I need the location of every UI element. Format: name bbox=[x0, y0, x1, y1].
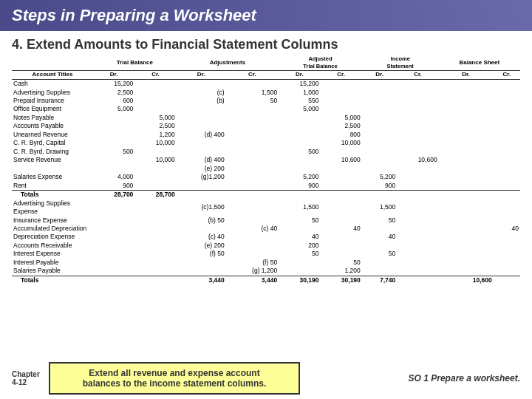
table-row: Notes Payable5,0005,000 bbox=[12, 114, 520, 122]
cell-value bbox=[362, 165, 397, 173]
cell-value: 15,200 bbox=[279, 80, 320, 89]
cell-value: 28,700 bbox=[93, 191, 134, 200]
cell-value bbox=[494, 216, 520, 225]
cell-value bbox=[320, 250, 361, 258]
worksheet-table: Trial Balance Adjustments AdjustedTrial … bbox=[12, 55, 520, 284]
cell-value bbox=[397, 242, 438, 250]
account-name: Prepaid Insurance bbox=[12, 97, 93, 105]
cell-value bbox=[93, 131, 134, 139]
cell-value bbox=[362, 89, 397, 97]
cell-value: 1,200 bbox=[320, 267, 361, 276]
cell-value bbox=[494, 182, 520, 191]
account-name: Unearned Revenue bbox=[12, 131, 93, 139]
cell-value bbox=[279, 191, 320, 200]
table-row: (e) 200 bbox=[12, 165, 520, 173]
cell-value: 30,190 bbox=[279, 276, 320, 284]
col-income: IncomeStatement bbox=[362, 55, 439, 71]
cell-value: 50 bbox=[279, 250, 320, 258]
worksheet-content: Trial Balance Adjustments AdjustedTrial … bbox=[0, 55, 532, 284]
cell-value bbox=[93, 259, 134, 267]
cell-value bbox=[320, 233, 361, 241]
cell-value bbox=[320, 148, 361, 156]
cell-value: 600 bbox=[93, 97, 134, 105]
tb-cr: Cr. bbox=[134, 71, 176, 80]
cell-value: (f) 50 bbox=[226, 259, 279, 267]
cell-value: 50 bbox=[279, 216, 320, 225]
cell-value bbox=[134, 225, 176, 233]
cell-value bbox=[134, 89, 176, 97]
cell-value: 15,200 bbox=[93, 80, 134, 89]
cell-value bbox=[494, 200, 520, 216]
cell-value bbox=[93, 267, 134, 276]
slide: Steps in Preparing a Worksheet 4. Extend… bbox=[0, 0, 532, 399]
cell-value: (g) 1,200 bbox=[226, 267, 279, 276]
tb-dr: Dr. bbox=[93, 71, 134, 80]
bs-cr: Cr. bbox=[494, 71, 520, 80]
cell-value bbox=[494, 131, 520, 139]
is-dr: Dr. bbox=[362, 71, 397, 80]
cell-value bbox=[439, 89, 494, 97]
cell-value: 1,500 bbox=[226, 89, 279, 97]
cell-value bbox=[362, 80, 397, 89]
cell-value bbox=[134, 182, 176, 191]
cell-value bbox=[362, 131, 397, 139]
cell-value: (c)1,500 bbox=[177, 200, 226, 216]
cell-value bbox=[226, 139, 279, 147]
account-name: Service Revenue bbox=[12, 156, 93, 164]
table-row: Totals28,70028,700 bbox=[12, 191, 520, 200]
cell-value bbox=[397, 259, 438, 267]
cell-value: (c) 40 bbox=[177, 233, 226, 241]
info-line2: balances to the income statement columns… bbox=[59, 378, 290, 389]
cell-value bbox=[226, 156, 279, 164]
cell-value bbox=[134, 250, 176, 258]
cell-value: 10,600 bbox=[397, 156, 438, 164]
cell-value bbox=[93, 250, 134, 258]
cell-value: 500 bbox=[93, 148, 134, 156]
cell-value bbox=[439, 165, 494, 173]
table-row: Accounts Payable2,5002,500 bbox=[12, 122, 520, 130]
cell-value bbox=[177, 114, 226, 122]
cell-value bbox=[397, 233, 438, 241]
account-name: Advertising Supplies Expense bbox=[12, 200, 93, 216]
cell-value bbox=[226, 182, 279, 191]
cell-value bbox=[279, 122, 320, 130]
cell-value: 5,200 bbox=[362, 173, 397, 181]
cell-value bbox=[439, 122, 494, 130]
cell-value bbox=[279, 131, 320, 139]
table-row: Insurance Expense(b) 505050 bbox=[12, 216, 520, 225]
cell-value bbox=[93, 139, 134, 147]
cell-value bbox=[397, 139, 438, 147]
cell-value bbox=[279, 225, 320, 233]
cell-value bbox=[397, 182, 438, 191]
cell-value bbox=[93, 276, 134, 284]
cell-value bbox=[397, 89, 438, 97]
cell-value: 10,000 bbox=[134, 139, 176, 147]
cell-value bbox=[494, 267, 520, 276]
cell-value bbox=[134, 148, 176, 156]
chapter-label: Chapter 4-12 bbox=[12, 370, 49, 386]
account-name: Notes Payable bbox=[12, 114, 93, 122]
cell-value bbox=[279, 114, 320, 122]
cell-value bbox=[362, 242, 397, 250]
cell-value bbox=[397, 165, 438, 173]
account-name: Totals bbox=[12, 191, 93, 200]
cell-value bbox=[362, 97, 397, 105]
bottom-section: Chapter 4-12 Extend all revenue and expe… bbox=[0, 358, 532, 399]
cell-value: 2,500 bbox=[134, 122, 176, 130]
info-line1: Extend all revenue and expense account bbox=[59, 368, 290, 378]
cell-value bbox=[494, 148, 520, 156]
cell-value bbox=[439, 216, 494, 225]
cell-value bbox=[439, 97, 494, 105]
account-name: Insurance Expense bbox=[12, 216, 93, 225]
account-name: Totals bbox=[12, 276, 93, 284]
cell-value bbox=[134, 233, 176, 241]
cell-value: 1,000 bbox=[279, 89, 320, 97]
cell-value bbox=[362, 225, 397, 233]
cell-value bbox=[134, 200, 176, 216]
account-name: Cash bbox=[12, 80, 93, 89]
cell-value bbox=[226, 165, 279, 173]
cell-value bbox=[134, 242, 176, 250]
account-name: Accounts Payable bbox=[12, 122, 93, 130]
cell-value bbox=[177, 148, 226, 156]
cell-value bbox=[397, 173, 438, 181]
